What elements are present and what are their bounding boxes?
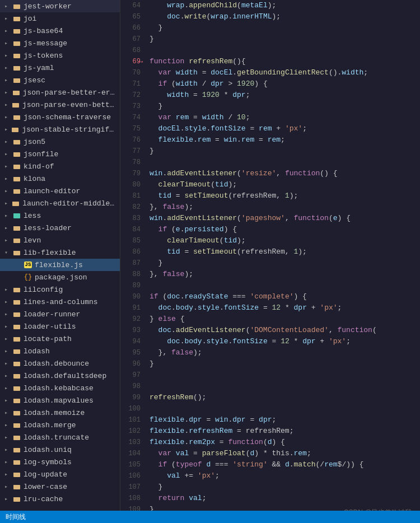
line-number: 67 [120, 34, 141, 45]
sidebar-item[interactable]: ▸lilconfig [0, 283, 120, 296]
folder-icon [12, 223, 21, 232]
sidebar-item[interactable]: ▸joi [0, 12, 120, 25]
sidebar-item[interactable]: ▸json-parse-even-better-... [0, 99, 120, 111]
svg-rect-77 [13, 497, 16, 498]
code-line: doc.addEventListener('DOMContentLoaded',… [150, 325, 416, 336]
sidebar-item[interactable]: ▸jest-worker [0, 0, 120, 12]
sidebar-item-label: lodash.defaultsdeep [24, 372, 106, 380]
sidebar-item[interactable]: ▸json5 [0, 136, 120, 148]
sidebar-item[interactable]: ▸log-update [0, 468, 120, 480]
bottom-bar: 时间线 [0, 511, 420, 523]
sidebar-item[interactable]: ▸lodash.defaultsdeep [0, 370, 120, 382]
svg-rect-11 [13, 66, 16, 67]
folder-icon [12, 494, 21, 503]
code-line [150, 157, 416, 168]
sidebar-item-label: lilconfig [24, 286, 63, 294]
svg-rect-17 [12, 103, 15, 104]
sidebar-item[interactable]: ▸js-yaml [0, 62, 120, 74]
line-number: 64 [120, 0, 141, 11]
folder-icon [12, 310, 21, 319]
folder-icon [12, 359, 21, 368]
sidebar-item[interactable]: ▸klona [0, 172, 120, 185]
folder-arrow-icon: ▸ [4, 385, 11, 391]
svg-rect-5 [13, 29, 16, 30]
sidebar-item-label: kind-of [24, 162, 54, 171]
folder-arrow-icon: ▸ [4, 200, 10, 207]
sidebar-item[interactable]: ▸lru-cache [0, 493, 120, 505]
line-number: 77 [120, 146, 141, 157]
folder-arrow-icon: ▸ [4, 212, 11, 219]
sidebar-item[interactable]: ▸levn [0, 234, 120, 246]
sidebar-item[interactable]: ▸js-tokens [0, 49, 120, 62]
sidebar-item[interactable]: ▸loader-runner [0, 308, 120, 320]
folder-icon [12, 39, 21, 48]
code-line: flexible.rem2px = function(d) { [150, 437, 416, 448]
sidebar-item[interactable]: ▸json-parse-better-errors [0, 86, 120, 99]
line-number: 74 [120, 112, 141, 123]
sidebar-item[interactable]: ▸js-base64 [0, 25, 120, 37]
sidebar-item-label: loader-runner [24, 310, 80, 319]
sidebar-item[interactable]: ▸less-loader [0, 222, 120, 234]
sidebar-item[interactable]: ▸lines-and-columns [0, 296, 120, 308]
folder-icon [12, 445, 21, 454]
folder-icon [12, 113, 21, 122]
sidebar-item[interactable]: ▸lower-case [0, 480, 120, 493]
sidebar-item[interactable]: ▸lodash.kebabcase [0, 382, 120, 394]
folder-arrow-icon: ▸ [4, 138, 11, 145]
line-number: 96 [120, 358, 141, 370]
line-number: 69 [120, 56, 141, 67]
sidebar-item[interactable]: ▾lib-flexible [0, 246, 120, 259]
code-line: } [150, 34, 416, 45]
folder-arrow-icon: ▸ [4, 434, 11, 441]
svg-rect-53 [13, 349, 16, 351]
file-tree[interactable]: ▸jest-worker▸joi▸js-base64▸js-message▸js… [0, 0, 120, 523]
sidebar-item-label: package.json [35, 273, 87, 282]
line-number: 86 [120, 246, 141, 258]
folder-arrow-icon: ▸ [4, 446, 11, 453]
folder-arrow-icon: ▸ [4, 3, 11, 10]
folder-arrow-icon: ▸ [4, 496, 11, 502]
svg-rect-3 [13, 17, 16, 18]
code-line [150, 280, 416, 291]
folder-icon [12, 396, 21, 405]
sidebar-item[interactable]: JSflexible.js [0, 259, 120, 271]
sidebar-item[interactable]: ▸jsonfile [0, 148, 120, 160]
sidebar-item[interactable]: ▸lodash.memoize [0, 407, 120, 419]
folder-arrow-icon: ▸ [4, 40, 11, 46]
sidebar-item[interactable]: ▸lodash.uniq [0, 443, 120, 456]
sidebar-item[interactable]: ▸launch-editor-middlewa... [0, 197, 120, 209]
svg-rect-73 [13, 473, 16, 474]
code-line: return val; [150, 493, 416, 504]
sidebar-item-label: joi [24, 15, 36, 23]
folder-arrow-icon: ▸ [4, 77, 11, 83]
sidebar-item[interactable]: ▸jsesc [0, 74, 120, 86]
sidebar-item[interactable]: ▸kind-of [0, 160, 120, 172]
svg-rect-19 [13, 115, 16, 116]
sidebar-item[interactable]: ▸lodash.debounce [0, 357, 120, 370]
line-number: 91 [120, 302, 141, 314]
sidebar-item[interactable]: ▸json-schema-traverse [0, 111, 120, 123]
svg-rect-23 [13, 140, 16, 141]
svg-rect-7 [13, 41, 16, 43]
sidebar-item[interactable]: {}package.json [0, 271, 120, 283]
sidebar-item[interactable]: ▸log-symbols [0, 456, 120, 468]
sidebar-item[interactable]: ▸loader-utils [0, 320, 120, 333]
sidebar-item[interactable]: ▸launch-editor [0, 185, 120, 197]
sidebar-item[interactable]: ▸js-message [0, 37, 120, 49]
folder-icon [12, 433, 21, 442]
sidebar-item[interactable]: ▸lodash [0, 345, 120, 357]
sidebar-item[interactable]: ▸less [0, 209, 120, 222]
folder-arrow-icon: ▸ [4, 323, 11, 330]
svg-rect-67 [13, 436, 16, 437]
folder-arrow-icon: ▸ [4, 459, 11, 465]
svg-rect-15 [13, 91, 16, 92]
sidebar-item[interactable]: ▸json-stable-stringify-wit... [0, 123, 120, 136]
sidebar-item[interactable]: ▸lodash.mapvalues [0, 394, 120, 407]
code-line: } [150, 101, 416, 112]
sidebar-item[interactable]: ▸lodash.truncate [0, 431, 120, 443]
code-line: } [150, 22, 416, 34]
svg-rect-39 [13, 239, 16, 240]
sidebar-item[interactable]: ▸locate-path [0, 333, 120, 345]
code-line: }, false); [150, 202, 416, 213]
sidebar-item[interactable]: ▸lodash.merge [0, 419, 120, 431]
